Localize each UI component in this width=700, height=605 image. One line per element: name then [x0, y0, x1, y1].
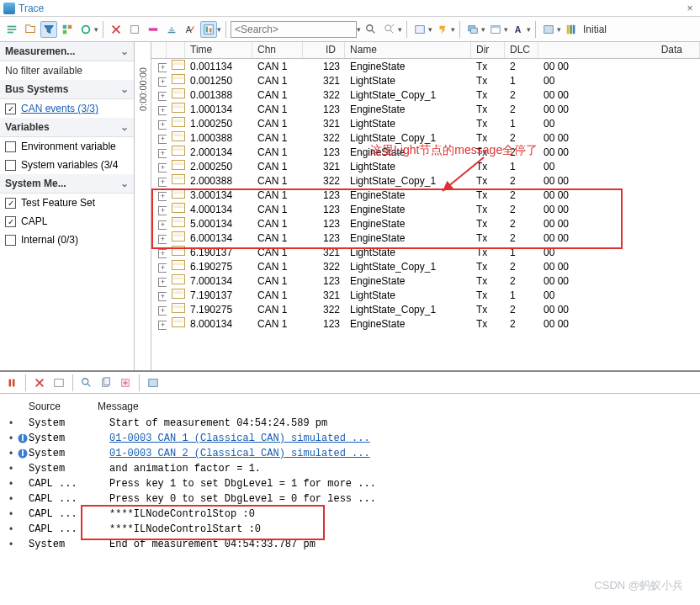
log-row[interactable]: • CAPL ... ****ILNodeControlStart :0 — [5, 522, 695, 537]
log-row[interactable]: • i System 01-0003 CAN 1 (Classical CAN)… — [5, 431, 695, 446]
toolbar-button[interactable] — [22, 21, 39, 38]
sys-var-item[interactable]: System variables (3/4 — [0, 156, 134, 174]
expand-icon[interactable]: + — [158, 92, 167, 101]
col-time[interactable]: Time — [185, 42, 252, 58]
copy-button[interactable] — [98, 374, 114, 391]
expand-icon[interactable]: + — [158, 235, 167, 244]
col-id[interactable]: ID — [303, 42, 345, 58]
expand-icon[interactable]: ⌄ — [120, 178, 129, 189]
dropdown-icon[interactable]: ▾ — [428, 25, 432, 34]
expand-icon[interactable]: ⌄ — [120, 83, 129, 95]
toolbar-button[interactable] — [50, 374, 67, 391]
table-row[interactable]: + 2.000250 CAN 1 321 LightState Tx 1 00 — [151, 159, 700, 173]
expand-icon[interactable]: ⌄ — [120, 45, 129, 57]
columns-button[interactable] — [563, 21, 580, 38]
close-icon[interactable]: × — [683, 3, 697, 14]
dropdown-icon[interactable]: ▾ — [504, 25, 508, 34]
dropdown-icon[interactable]: ▾ — [94, 25, 98, 34]
toolbar-button[interactable] — [434, 21, 451, 38]
toolbar-button[interactable] — [145, 21, 162, 38]
tfs-item[interactable]: Test Feature Set — [0, 194, 134, 212]
section-sysmsg[interactable]: System Me...⌄ — [0, 174, 134, 194]
expand-icon[interactable]: + — [158, 292, 167, 301]
checkbox-icon[interactable] — [5, 141, 16, 152]
delete-button[interactable] — [108, 21, 125, 38]
expand-icon[interactable]: + — [158, 192, 167, 201]
col-dir[interactable]: Dir — [471, 42, 505, 58]
trace-grid[interactable]: Time Chn ID Name Dir DLC Data + 0.001134… — [151, 42, 700, 370]
export-button[interactable] — [117, 374, 134, 391]
table-row[interactable]: + 4.000134 CAN 1 123 EngineState Tx 2 00… — [151, 202, 700, 216]
log-row[interactable]: • CAPL ... ****ILNodeControlStop :0 — [5, 507, 695, 522]
toolbar-button[interactable] — [145, 374, 162, 391]
checkbox-icon[interactable] — [5, 160, 16, 171]
expand-icon[interactable]: + — [158, 278, 167, 287]
expand-icon[interactable]: + — [158, 63, 167, 72]
delete-button[interactable] — [31, 374, 48, 391]
checkbox-icon[interactable] — [5, 103, 16, 114]
table-row[interactable]: + 7.190137 CAN 1 321 LightState Tx 1 00 — [151, 288, 700, 302]
checkbox-icon[interactable] — [5, 235, 16, 246]
dropdown-icon[interactable]: ▾ — [357, 25, 361, 34]
capl-item[interactable]: CAPL — [0, 212, 134, 231]
toolbar-button[interactable] — [411, 21, 428, 38]
expand-icon[interactable]: + — [158, 249, 167, 258]
table-row[interactable]: + 3.000134 CAN 1 123 EngineState Tx 2 00… — [151, 188, 700, 202]
log-row[interactable]: • CAPL ... Press key 1 to set DbgLevel =… — [5, 476, 695, 491]
toolbar-button[interactable] — [77, 21, 94, 38]
toolbar-button[interactable] — [381, 21, 398, 38]
toolbar-button[interactable]: A — [182, 21, 199, 38]
toolbar-button[interactable] — [3, 21, 20, 38]
table-row[interactable]: + 0.001134 CAN 1 123 EngineState Tx 2 00… — [151, 59, 700, 73]
col-dlc[interactable]: DLC — [505, 42, 538, 58]
expand-icon[interactable]: + — [158, 135, 167, 144]
dropdown-icon[interactable]: ▾ — [557, 25, 561, 34]
section-bus[interactable]: Bus Systems⌄ — [0, 80, 134, 99]
table-row[interactable]: + 2.000134 CAN 1 123 EngineState Tx 2 00… — [151, 145, 700, 159]
table-row[interactable]: + 2.000388 CAN 1 322 LightState_Copy_1 T… — [151, 173, 700, 188]
env-var-item[interactable]: Environment variable — [0, 137, 134, 156]
dropdown-icon[interactable]: ▾ — [398, 25, 402, 34]
col-name[interactable]: Name — [345, 42, 471, 58]
col-data[interactable]: Data — [538, 42, 700, 58]
log-body[interactable]: Source Message • System Start of measure… — [0, 394, 700, 559]
expand-icon[interactable]: + — [158, 120, 167, 130]
expand-icon[interactable]: ⌄ — [120, 121, 129, 133]
expand-icon[interactable]: + — [158, 206, 167, 215]
grid-body[interactable]: + 0.001134 CAN 1 123 EngineState Tx 2 00… — [151, 59, 700, 331]
toolbar-button[interactable]: A — [510, 21, 527, 38]
toolbar-button[interactable] — [540, 21, 557, 38]
table-row[interactable]: + 5.000134 CAN 1 123 EngineState Tx 2 00… — [151, 216, 700, 231]
log-row[interactable]: • CAPL ... Press key 0 to set DbgLevel =… — [5, 491, 695, 507]
table-row[interactable]: + 1.000388 CAN 1 322 LightState_Copy_1 T… — [151, 130, 700, 145]
section-measurement[interactable]: Measuremen...⌄ — [0, 42, 134, 61]
section-variables[interactable]: Variables⌄ — [0, 118, 134, 137]
search-input[interactable]: <Search> — [231, 21, 357, 38]
toolbar-button[interactable] — [487, 21, 504, 38]
dropdown-icon[interactable]: ▾ — [451, 25, 455, 34]
table-row[interactable]: + 6.190275 CAN 1 322 LightState_Copy_1 T… — [151, 259, 700, 273]
internal-item[interactable]: Internal (0/3) — [0, 231, 134, 249]
expand-icon[interactable]: + — [158, 106, 167, 115]
table-row[interactable]: + 0.001250 CAN 1 321 LightState Tx 1 00 — [151, 73, 700, 88]
expand-icon[interactable]: + — [158, 149, 167, 158]
log-row[interactable]: • System and animation factor = 1. — [5, 461, 695, 476]
table-row[interactable]: + 1.000134 CAN 1 123 EngineState Tx 2 00… — [151, 102, 700, 116]
pause-button[interactable] — [3, 374, 20, 391]
table-row[interactable]: + 6.000134 CAN 1 123 EngineState Tx 2 00… — [151, 231, 700, 245]
expand-icon[interactable]: + — [158, 178, 167, 187]
log-row[interactable]: • System Start of measurement 04:54:24.5… — [5, 416, 695, 431]
expand-icon[interactable]: + — [158, 306, 167, 316]
table-row[interactable]: + 6.190137 CAN 1 321 LightState Tx 1 00 — [151, 245, 700, 259]
filter-button[interactable] — [40, 21, 57, 38]
table-row[interactable]: + 7.190275 CAN 1 322 LightState_Copy_1 T… — [151, 302, 700, 316]
search-icon[interactable] — [363, 21, 379, 38]
table-row[interactable]: + 8.000134 CAN 1 123 EngineState Tx 2 00… — [151, 316, 700, 331]
toolbar-button[interactable] — [200, 21, 217, 38]
toolbar-button[interactable] — [59, 21, 76, 38]
dropdown-icon[interactable]: ▾ — [527, 25, 531, 34]
search-icon[interactable] — [78, 374, 95, 391]
expand-icon[interactable]: + — [158, 220, 167, 230]
checkbox-icon[interactable] — [5, 198, 16, 209]
col-chn[interactable]: Chn — [252, 42, 303, 58]
